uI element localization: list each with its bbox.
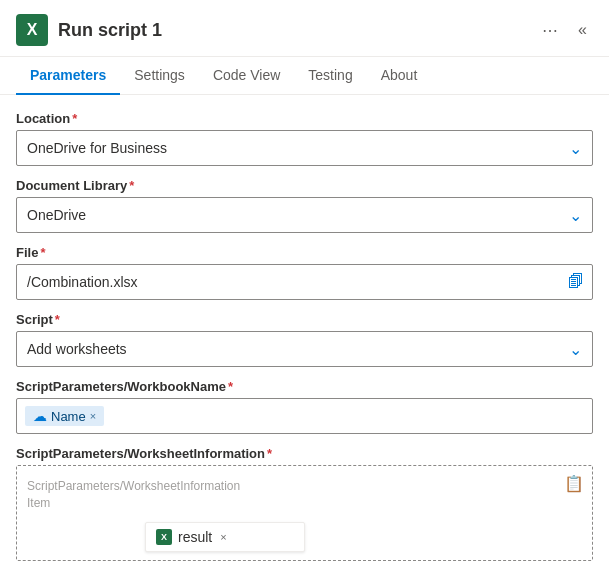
worksheet-information-inner-box: X result × xyxy=(145,522,305,552)
page-title: Run script 1 xyxy=(58,20,162,41)
location-required: * xyxy=(72,111,77,126)
location-chevron-icon: ⌄ xyxy=(569,139,582,158)
header-left: X Run script 1 xyxy=(16,14,162,46)
worksheet-information-field: ScriptParameters/WorksheetInformation* S… xyxy=(16,446,593,561)
workbook-name-field: ScriptParameters/WorkbookName* ☁ Name × xyxy=(16,379,593,434)
content-area: Location* OneDrive for Business ⌄ Docume… xyxy=(0,95,609,565)
workbook-name-tag: ☁ Name × xyxy=(25,406,104,426)
script-value: Add worksheets xyxy=(27,341,127,357)
document-library-value: OneDrive xyxy=(27,207,86,223)
collapse-button[interactable]: « xyxy=(572,17,593,43)
document-library-field: Document Library* OneDrive ⌄ xyxy=(16,178,593,233)
script-required: * xyxy=(55,312,60,327)
tab-testing[interactable]: Testing xyxy=(294,57,366,95)
worksheet-information-label: ScriptParameters/WorksheetInformation* xyxy=(16,446,593,461)
header: X Run script 1 ⋯ « xyxy=(0,0,609,57)
script-select[interactable]: Add worksheets ⌄ xyxy=(16,331,593,367)
file-input-control: 🗐 xyxy=(16,264,593,300)
worksheet-information-dashed-area: ScriptParameters/WorksheetInformationIte… xyxy=(16,465,593,561)
document-library-chevron-icon: ⌄ xyxy=(569,206,582,225)
workbook-name-tag-icon: ☁ xyxy=(33,408,47,424)
location-label: Location* xyxy=(16,111,593,126)
file-picker-icon[interactable]: 🗐 xyxy=(560,273,592,291)
workbook-name-tag-label: Name xyxy=(51,409,86,424)
worksheet-information-placeholder: ScriptParameters/WorksheetInformationIte… xyxy=(25,474,584,516)
script-field: Script* Add worksheets ⌄ xyxy=(16,312,593,367)
file-field: File* 🗐 xyxy=(16,245,593,300)
document-library-select[interactable]: OneDrive ⌄ xyxy=(16,197,593,233)
location-select[interactable]: OneDrive for Business ⌄ xyxy=(16,130,593,166)
script-chevron-icon: ⌄ xyxy=(569,340,582,359)
file-input[interactable] xyxy=(17,268,560,296)
tab-settings[interactable]: Settings xyxy=(120,57,199,95)
document-library-required: * xyxy=(129,178,134,193)
worksheet-information-required: * xyxy=(267,446,272,461)
excel-tag-icon: X xyxy=(156,529,172,545)
workbook-name-required: * xyxy=(228,379,233,394)
file-required: * xyxy=(40,245,45,260)
document-library-label: Document Library* xyxy=(16,178,593,193)
copy-icon[interactable]: 📋 xyxy=(564,474,584,493)
file-label: File* xyxy=(16,245,593,260)
script-label: Script* xyxy=(16,312,593,327)
tab-bar: Parameters Settings Code View Testing Ab… xyxy=(0,57,609,95)
worksheet-result-tag-label: result xyxy=(178,529,212,545)
worksheet-result-tag-close[interactable]: × xyxy=(220,531,226,543)
more-options-button[interactable]: ⋯ xyxy=(536,17,564,44)
workbook-name-label: ScriptParameters/WorkbookName* xyxy=(16,379,593,394)
location-field: Location* OneDrive for Business ⌄ xyxy=(16,111,593,166)
tab-about[interactable]: About xyxy=(367,57,432,95)
workbook-name-tag-input[interactable]: ☁ Name × xyxy=(16,398,593,434)
tab-code-view[interactable]: Code View xyxy=(199,57,294,95)
excel-icon: X xyxy=(16,14,48,46)
tab-parameters[interactable]: Parameters xyxy=(16,57,120,95)
workbook-name-tag-close[interactable]: × xyxy=(90,410,96,422)
location-value: OneDrive for Business xyxy=(27,140,167,156)
header-actions: ⋯ « xyxy=(536,17,593,44)
